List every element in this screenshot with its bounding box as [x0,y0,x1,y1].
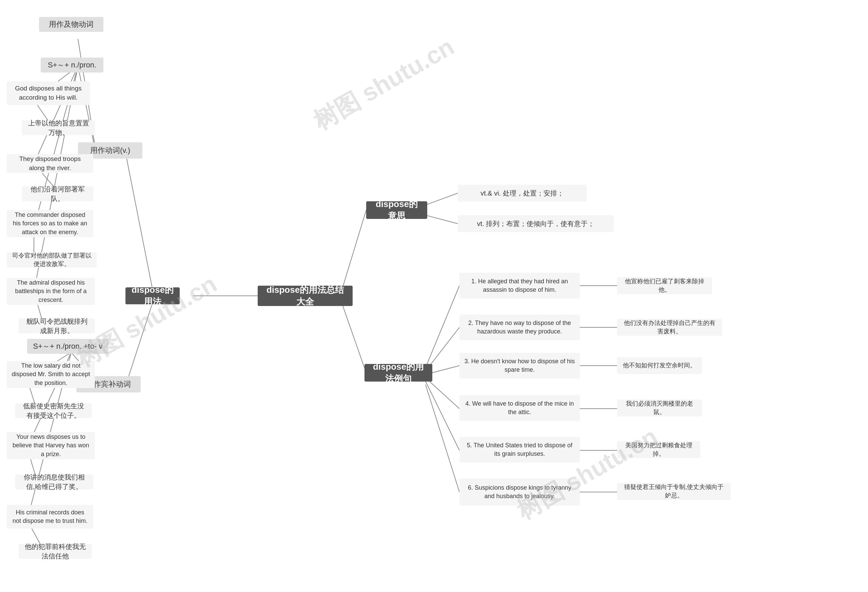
svg-line-29 [425,384,459,492]
right-main1-label: dispose的意思 [372,198,422,222]
svg-line-9 [34,66,78,163]
example-god-zh: 上帝以他的旨意置置万物。 [22,120,95,135]
example-sent-6-zh: 猜疑使君王倾向于专制,使丈夫倾向于妒忌。 [617,483,731,500]
example-low-salary: The low salary did not disposed Mr. Smit… [7,361,95,388]
svg-line-28 [425,381,459,451]
example-sent-4-zh: 我们必须消灭阁楼里的老鼠。 [617,399,702,417]
svg-line-22 [425,193,458,205]
example-commander-zh: 司令官对他的部队做了部署以便进攻敌军。 [7,252,97,267]
canvas: 树图 shutu.cn 树图 shutu.cn 树图 shutu.cn disp… [0,0,868,592]
structure-label-2: S+～+ n./pron. +to- v [27,339,108,354]
svg-line-27 [425,378,459,409]
example-sent-1: 1. He alleged that they had hired an ass… [459,273,580,299]
svg-line-1 [342,210,366,288]
example-they-zh: 他们沿着河部署军队。 [22,186,93,201]
center-node: dispose的用法总结大全 [258,286,353,306]
example-god-disposes: God disposes all things according to His… [7,81,90,105]
example-admiral-zh: 舰队司令把战舰排列成新月形。 [19,318,95,333]
structure-label-1: S+～+ n./pron. [41,57,103,72]
example-sent-2: 2. They have no way to dispose of the ha… [459,314,580,340]
svg-line-23 [425,215,458,224]
watermark-2: 树图 shutu.cn [307,31,460,137]
right-main2-label: dispose的用法例句 [370,361,427,384]
svg-line-2 [342,305,366,373]
example-sent-5: 5. The United States tried to dispose of… [459,437,580,462]
right-main1-node: dispose的意思 [366,201,427,219]
example-sent-1-zh: 他宣称他们已雇了刺客来除掉他。 [617,277,712,294]
example-sent-2-zh: 他们没有办法处理掉自己产生的有害废料。 [617,319,722,336]
example-admiral: The admiral disposed his battleships in … [7,278,95,305]
meaning-item-2: vt. 排列；布置；使倾向于，使有意于； [458,215,614,232]
svg-line-3 [125,153,153,290]
example-they-disposed: They disposed troops along the river. [7,154,93,173]
svg-line-4 [125,303,153,386]
example-sent-5-zh: 美国努力把过剩粮食处理掉。 [617,441,700,458]
example-sent-4: 4. We will have to dispose of the mice i… [459,395,580,421]
example-criminal: His criminal records does not dispose me… [7,505,93,529]
center-label: dispose的用法总结大全 [263,284,347,308]
example-low-salary-zh: 低薪使史密斯先生没有接受这个位子。 [15,403,92,418]
watermark-3: 树图 shutu.cn [511,420,664,527]
example-sent-6: 6. Suspicions dispose kings to tyranny a… [459,479,580,506]
example-criminal-zh: 他的犯罪前科使我无法信任他 [19,544,92,559]
transitive-label: 用作及物动词 [39,17,103,32]
example-sent-3-zh: 他不知如何打发空余时间。 [617,357,702,374]
left-main-label: dispose的用法 [131,284,174,308]
example-sent-3: 3. He doesn't know how to dispose of his… [459,353,580,378]
example-your-news: Your news disposes us to believe that Ha… [7,432,95,459]
meaning-item-1: vt.& vi. 处理，处置；安排； [458,185,587,202]
left-main-node: dispose的用法 [125,287,180,304]
example-commander: The commander disposed his forces so as … [7,210,93,237]
right-main2-node: dispose的用法例句 [365,364,432,381]
svg-line-24 [425,286,459,368]
example-your-news-zh: 你讲的消息使我们相信,哈维已得了奖。 [15,474,93,489]
